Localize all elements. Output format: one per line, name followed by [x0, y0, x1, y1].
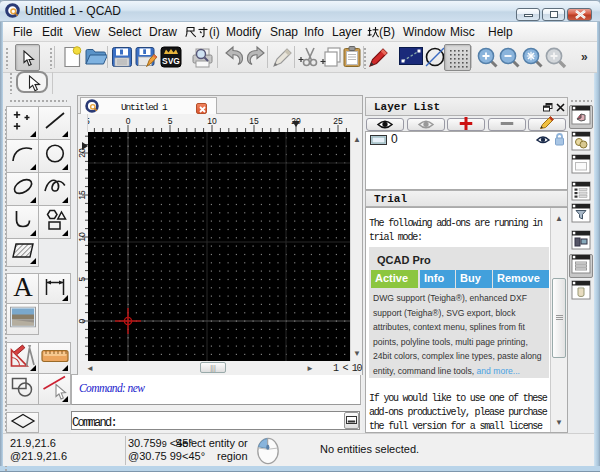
svg-text:A: A [13, 274, 33, 300]
svg-text:5: 5 [168, 116, 173, 126]
svg-text:15: 15 [78, 190, 87, 200]
svg-text:25: 25 [333, 116, 343, 126]
svg-text:0: 0 [126, 116, 131, 126]
svg-text:5: 5 [78, 276, 87, 281]
svg-text:15: 15 [249, 116, 259, 126]
svg-text:10: 10 [78, 232, 87, 242]
svg-text:0: 0 [78, 318, 87, 323]
svg-text:10: 10 [207, 116, 217, 126]
svg-text:SVG: SVG [162, 56, 180, 66]
svg-text:-5: -5 [88, 116, 90, 126]
